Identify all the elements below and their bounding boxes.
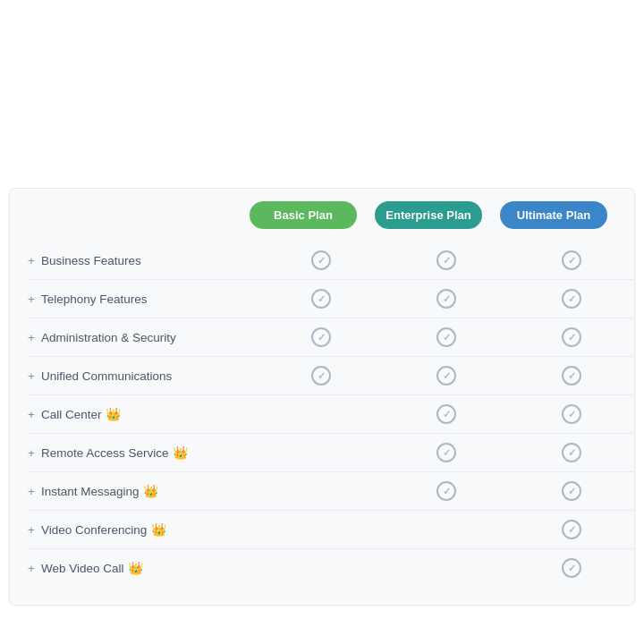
check-cell-enterprise <box>393 289 500 309</box>
feature-row[interactable]: + Telephony Features <box>28 280 634 318</box>
check-cell-ultimate <box>518 327 625 347</box>
check-cells <box>258 289 634 309</box>
check-cell-basic <box>267 327 375 347</box>
check-icon <box>436 404 456 424</box>
check-cells <box>258 558 634 578</box>
feature-row[interactable]: + Web Video Call 👑 <box>28 549 634 587</box>
check-cell-basic <box>267 558 375 578</box>
check-cells <box>258 481 634 501</box>
check-icon <box>562 250 581 270</box>
check-cell-basic <box>267 404 375 424</box>
feature-label-8: + Web Video Call 👑 <box>28 561 258 575</box>
feature-row[interactable]: + Business Features <box>28 242 634 280</box>
check-cell-ultimate <box>518 366 625 386</box>
check-cells <box>258 443 634 462</box>
check-cell-ultimate <box>518 481 625 501</box>
feature-label-5: + Remote Access Service 👑 <box>28 445 258 460</box>
check-cell-enterprise <box>393 404 500 424</box>
check-cell-ultimate <box>518 289 625 309</box>
feature-label-4: + Call Center 👑 <box>28 407 258 421</box>
check-icon <box>562 327 581 347</box>
check-cell-enterprise <box>393 327 500 347</box>
feature-row[interactable]: + Unified Communications <box>28 357 634 395</box>
crown-icon: 👑 <box>128 561 143 575</box>
check-icon <box>562 404 581 424</box>
check-icon <box>311 289 331 309</box>
crown-icon: 👑 <box>143 484 158 498</box>
feature-label-3: + Unified Communications <box>28 369 258 383</box>
check-empty <box>311 404 331 424</box>
feature-label-2: + Administration & Security <box>28 331 258 344</box>
feature-label-1: + Telephony Features <box>28 292 258 306</box>
feature-row[interactable]: + Remote Access Service 👑 <box>28 434 634 472</box>
check-cell-basic <box>267 520 375 539</box>
check-icon <box>436 289 456 309</box>
plan-headers: Basic PlanEnterprise PlanUltimate Plan <box>241 201 616 229</box>
check-icon <box>562 366 581 386</box>
check-icon <box>436 366 456 386</box>
crown-icon: 👑 <box>151 522 166 537</box>
features-list: + Business Features+ Telephony Features+… <box>10 242 634 587</box>
pricing-table: Basic PlanEnterprise PlanUltimate Plan +… <box>9 188 635 606</box>
check-cells <box>258 404 634 424</box>
check-icon <box>562 443 581 462</box>
feature-label-6: + Instant Messaging 👑 <box>28 484 258 498</box>
check-cell-basic <box>267 366 375 386</box>
feature-row[interactable]: + Call Center 👑 <box>28 395 634 434</box>
check-icon <box>562 520 581 539</box>
check-empty <box>311 520 331 539</box>
plan-header-row: Basic PlanEnterprise PlanUltimate Plan <box>10 189 634 242</box>
check-cell-ultimate <box>518 443 625 462</box>
check-cell-enterprise <box>393 558 500 578</box>
check-cell-ultimate <box>518 404 625 424</box>
feature-row[interactable]: + Instant Messaging 👑 <box>28 472 634 511</box>
check-cells <box>258 250 634 270</box>
check-empty <box>311 558 331 578</box>
check-cell-basic <box>267 443 375 462</box>
check-icon <box>436 443 456 462</box>
check-cell-enterprise <box>393 481 500 501</box>
check-cell-ultimate <box>518 520 625 539</box>
check-cell-basic <box>267 250 375 270</box>
check-cells <box>258 520 634 539</box>
check-cells <box>258 366 634 386</box>
check-cells <box>258 327 634 347</box>
check-empty <box>436 520 456 539</box>
crown-icon: 👑 <box>173 445 188 460</box>
check-icon <box>562 481 581 501</box>
check-icon <box>436 327 456 347</box>
check-icon <box>311 250 331 270</box>
crown-icon: 👑 <box>106 407 121 421</box>
plan-badge-ultimate[interactable]: Ultimate Plan <box>500 201 607 229</box>
check-cell-enterprise <box>393 520 500 539</box>
check-cell-ultimate <box>518 250 625 270</box>
check-empty <box>436 558 456 578</box>
check-empty <box>311 443 331 462</box>
check-cell-ultimate <box>518 558 625 578</box>
feature-label-7: + Video Conferencing 👑 <box>28 522 258 537</box>
check-cell-enterprise <box>393 443 500 462</box>
check-icon <box>311 327 331 347</box>
check-icon <box>436 250 456 270</box>
check-icon <box>562 558 581 578</box>
feature-row[interactable]: + Video Conferencing 👑 <box>28 511 634 549</box>
check-icon <box>562 289 581 309</box>
plan-badge-basic[interactable]: Basic Plan <box>250 201 357 229</box>
check-cell-basic <box>267 289 375 309</box>
check-cell-enterprise <box>393 250 500 270</box>
feature-row[interactable]: + Administration & Security <box>28 318 634 357</box>
check-cell-enterprise <box>393 366 500 386</box>
check-empty <box>311 481 331 501</box>
plan-badge-enterprise[interactable]: Enterprise Plan <box>375 201 482 229</box>
check-cell-basic <box>267 481 375 501</box>
feature-label-0: + Business Features <box>28 254 258 267</box>
check-icon <box>311 366 331 386</box>
check-icon <box>436 481 456 501</box>
